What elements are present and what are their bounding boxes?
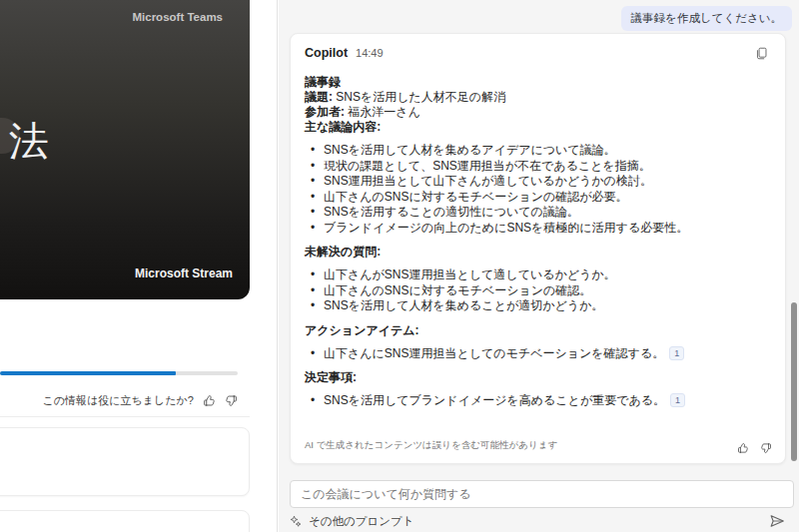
bullet-item: SNSを活用してブランドイメージを高めることが重要である。1 xyxy=(305,393,771,409)
feedback-row: この情報は役に立ちましたか? xyxy=(43,393,238,408)
message-feedback xyxy=(737,442,772,454)
bullet-list: 山下さんにSNS運用担当としてのモチベーションを確認する。1 xyxy=(305,346,771,362)
bullet-list: SNSを活用してブランドイメージを高めることが重要である。1 xyxy=(305,393,771,409)
sparkle-icon xyxy=(290,515,302,527)
bullet-list: 山下さんがSNS運用担当として適しているかどうか。山下さんのSNSに対するモチベ… xyxy=(305,267,771,314)
section-heading: アクションアイテム: xyxy=(305,323,771,338)
feedback-question: この情報は役に立ちましたか? xyxy=(43,393,194,408)
bullet-item: SNSを活用して人材を集めるアイデアについて議論。 xyxy=(305,143,771,159)
divider xyxy=(0,416,250,417)
thumb-up-icon[interactable] xyxy=(203,394,216,407)
copilot-message-card: Copilot 14:49 議事録 議題: SNSを活用した人材不足の解消 参加… xyxy=(290,33,786,464)
copilot-panel: 議事録を作成してください。 Copilot 14:49 議事録 議題: SNSを… xyxy=(279,0,799,532)
citation-badge[interactable]: 1 xyxy=(669,346,684,360)
bullet-item: SNSを活用することの適切性についての議論。 xyxy=(305,205,771,221)
sender-name: Copilot xyxy=(305,46,348,60)
bullet-item: SNSを活用して人材を集めることが適切かどうか。 xyxy=(305,298,771,314)
info-card[interactable] xyxy=(0,427,250,496)
message-sections: 主な議論内容:SNSを活用して人材を集めるアイデアについて議論。現状の課題として… xyxy=(305,120,771,409)
video-panel: Microsoft Teams 法 Microsoft Stream この情報は… xyxy=(0,0,278,532)
section-heading: 主な議論内容: xyxy=(305,120,771,135)
section-heading: 決定事項: xyxy=(305,370,771,385)
video-progress-fill xyxy=(0,371,176,375)
thumb-down-icon[interactable] xyxy=(225,394,238,407)
thumb-down-icon[interactable] xyxy=(760,442,772,454)
chat-input[interactable] xyxy=(290,480,794,508)
minutes-field-topic: 議題: SNSを活用した人材不足の解消 xyxy=(305,90,771,105)
video-progress-bar[interactable] xyxy=(0,371,238,375)
bullet-item: 山下さんのSNSに対するモチベーションの確認。 xyxy=(305,283,771,299)
bullet-item: 山下さんがSNS運用担当として適しているかどうか。 xyxy=(305,267,771,283)
info-card[interactable] xyxy=(0,510,250,532)
bullet-item: SNS運用担当として山下さんが適しているかどうかの検討。 xyxy=(305,174,771,190)
video-title-text: 法 xyxy=(9,114,49,169)
stream-watermark: Microsoft Stream xyxy=(135,266,233,280)
thumb-up-icon[interactable] xyxy=(737,442,749,454)
teams-watermark: Microsoft Teams xyxy=(132,11,223,23)
user-message-bubble: 議事録を作成してください。 xyxy=(621,6,792,31)
send-icon[interactable] xyxy=(768,512,786,530)
bullet-item: 山下さんのSNSに対するモチベーションの確認が必要。 xyxy=(305,190,771,206)
message-header: Copilot 14:49 xyxy=(305,44,771,62)
bullet-list: SNSを活用して人材を集めるアイデアについて議論。現状の課題として、SNS運用担… xyxy=(305,143,771,236)
bullet-item: ブランドイメージの向上のためにSNSを積極的に活用する必要性。 xyxy=(305,221,771,237)
bullet-item: 現状の課題として、SNS運用担当が不在であることを指摘。 xyxy=(305,159,771,175)
more-prompts-link[interactable]: その他のプロンプト xyxy=(309,514,414,529)
minutes-title: 議事録 xyxy=(305,75,771,90)
video-player[interactable]: Microsoft Teams 法 Microsoft Stream xyxy=(0,0,250,299)
prompt-row: その他のプロンプト xyxy=(290,510,794,532)
message-body: 議事録 議題: SNSを活用した人材不足の解消 参加者: 福永洋一さん 主な議論… xyxy=(305,75,771,409)
section-heading: 未解決の質問: xyxy=(305,245,771,260)
message-time: 14:49 xyxy=(356,47,384,59)
scrollbar-thumb[interactable] xyxy=(791,302,797,461)
ai-disclaimer: AI で生成されたコンテンツは誤りを含む可能性があります xyxy=(305,439,557,452)
citation-badge[interactable]: 1 xyxy=(670,393,685,407)
minutes-intro: 議事録 議題: SNSを活用した人材不足の解消 参加者: 福永洋一さん xyxy=(305,75,771,120)
minutes-field-participants: 参加者: 福永洋一さん xyxy=(305,105,771,120)
bullet-item: 山下さんにSNS運用担当としてのモチベーションを確認する。1 xyxy=(305,346,771,362)
copy-icon[interactable] xyxy=(755,47,768,60)
